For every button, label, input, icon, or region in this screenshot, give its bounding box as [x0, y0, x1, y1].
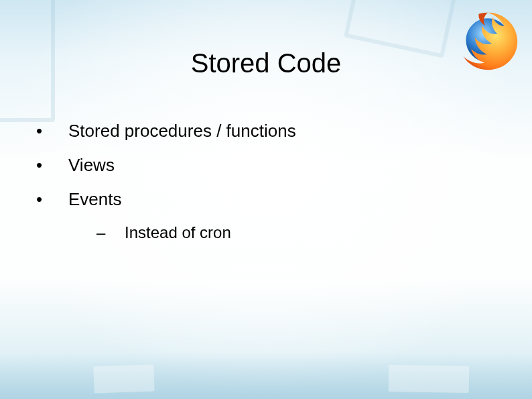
- slide-title: Stored Code: [0, 48, 532, 78]
- bullet-text: Views: [68, 155, 115, 176]
- bullet-item: • Views: [32, 155, 492, 176]
- bullet-marker-icon: •: [32, 155, 68, 176]
- sub-bullet-item: – Instead of cron: [96, 223, 492, 242]
- bullet-item: • Stored procedures / functions: [32, 121, 492, 141]
- bottom-texture: [0, 352, 532, 399]
- sub-bullet-text: Instead of cron: [125, 223, 231, 242]
- slide: Stored Code • Stored procedures / functi…: [0, 0, 532, 399]
- sub-bullet-marker-icon: –: [96, 223, 125, 242]
- slide-content: • Stored procedures / functions • Views …: [32, 121, 492, 242]
- bullet-marker-icon: •: [32, 121, 68, 141]
- bullet-marker-icon: •: [32, 189, 68, 210]
- bullet-item: • Events: [32, 189, 492, 210]
- bullet-text: Stored procedures / functions: [68, 121, 296, 141]
- bullet-text: Events: [68, 189, 122, 210]
